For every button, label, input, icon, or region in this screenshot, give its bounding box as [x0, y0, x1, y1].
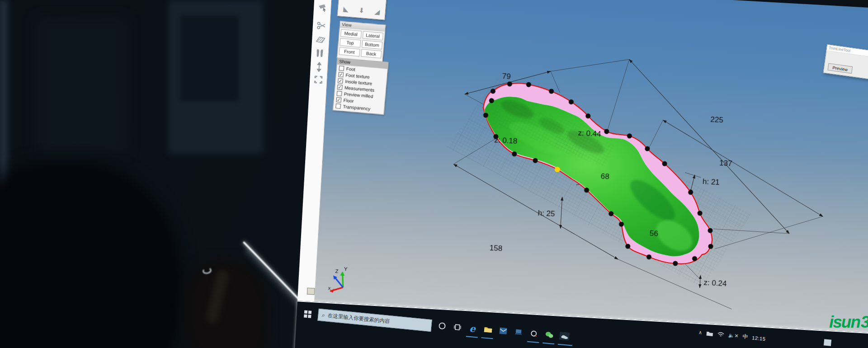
measure-225: 225 — [710, 115, 723, 125]
browser-app-button[interactable] — [525, 325, 542, 342]
open-app-underline — [542, 342, 554, 344]
mail-app-button[interactable] — [495, 323, 512, 339]
edge-icon: e — [469, 322, 476, 334]
wifi-icon[interactable] — [717, 331, 724, 337]
axis-y-label: Y — [344, 266, 348, 272]
isun-watermark: isun3 — [829, 313, 868, 332]
photo-background-blur — [36, 18, 127, 154]
move-right-button[interactable]: ➡ — [375, 0, 382, 0]
windows-logo-icon — [304, 310, 311, 318]
measure-68: 68 — [600, 172, 609, 181]
view-top-button[interactable]: Top — [340, 38, 361, 47]
hand-blur — [184, 260, 268, 348]
preview-button[interactable]: Preview — [827, 63, 853, 74]
axis-x-label: X — [328, 286, 331, 291]
view-back-button[interactable]: Back — [361, 49, 382, 58]
volume-muted-icon[interactable]: 🔈✕ — [728, 332, 739, 339]
laptop-icon — [514, 329, 523, 336]
axis-gizmo: Y Z X — [328, 265, 348, 293]
checkbox[interactable] — [337, 90, 342, 96]
checkbox[interactable]: ✓ — [337, 84, 343, 89]
cortana-icon — [438, 321, 446, 329]
photo-left-light-edge — [0, 0, 12, 348]
show-panel: Show Foot ✓ Foot texture ✓ Insole textur… — [333, 58, 389, 115]
checkbox[interactable]: ✓ — [336, 97, 341, 102]
tray-chevron-icon[interactable]: ∧ — [698, 329, 702, 336]
wechat-icon — [545, 331, 554, 339]
view-front-button[interactable]: Front — [339, 47, 360, 56]
measure-56: 56 — [649, 229, 658, 238]
edge-browser-button[interactable]: e — [464, 320, 481, 337]
statusbar-corner-icon[interactable] — [307, 287, 315, 295]
axis-z-label: Z — [335, 268, 339, 274]
tilt-right-button[interactable]: ◢ — [374, 8, 380, 15]
measure-158: 158 — [489, 244, 502, 253]
open-app-underline — [527, 341, 539, 343]
finger-ring — [202, 267, 212, 275]
measure-z024: z: 0.24 — [703, 278, 727, 288]
view-bottom-button[interactable]: Bottom — [361, 40, 382, 49]
checkbox[interactable] — [339, 66, 344, 71]
checkbox[interactable] — [335, 103, 341, 108]
store-app-button[interactable] — [510, 324, 527, 341]
monitor-screen: 79 225 137 158 68 56 h: 21 h: 25 z: 0.18… — [291, 0, 868, 348]
move-down-button[interactable]: ⬇ — [359, 7, 365, 14]
task-view-button[interactable] — [449, 319, 466, 335]
open-app-underline — [481, 337, 493, 339]
person-silhouette — [0, 163, 181, 348]
search-icon: ⌕ — [321, 311, 326, 319]
photo-of-monitor: 79 225 137 158 68 56 h: 21 h: 25 z: 0.18… — [0, 0, 868, 348]
open-app-underline — [466, 336, 478, 338]
insole-pair-tool-icon[interactable] — [315, 48, 325, 59]
cortana-button[interactable] — [434, 317, 450, 334]
finger-blur — [205, 269, 230, 324]
measure-z018: z: 0.18 — [494, 136, 518, 146]
taskbar-clock[interactable]: 12:15 — [752, 335, 766, 342]
insole-3d-scene[interactable]: 79 225 137 158 68 56 h: 21 h: 25 z: 0.18… — [315, 0, 868, 336]
checkbox[interactable]: ✓ — [338, 72, 344, 77]
measure-h21: h: 21 — [703, 177, 720, 187]
wechat-button[interactable] — [541, 327, 557, 343]
insole-app-icon — [559, 332, 570, 341]
background-monitor-screen-blur — [180, 15, 239, 101]
taskbar-search-input[interactable]: ⌕ 在这里输入你要搜索的内容 — [317, 308, 432, 331]
tray-app-tile[interactable] — [824, 339, 831, 346]
view-lateral-button[interactable]: Lateral — [362, 31, 383, 41]
background-monitor-blur — [168, 0, 263, 154]
tools-button[interactable] — [359, 0, 368, 0]
checkbox[interactable]: ✓ — [338, 78, 343, 83]
file-explorer-button[interactable] — [480, 321, 496, 338]
scissors-tool-icon[interactable] — [316, 20, 326, 31]
measure-z044: z: 0.44 — [578, 128, 601, 138]
search-placeholder: 在这里输入你要搜索的内容 — [327, 312, 390, 324]
mail-icon — [499, 327, 507, 334]
tilt-left-button[interactable]: ◣ — [343, 5, 349, 13]
section-plane-tool-icon[interactable] — [316, 35, 326, 45]
browser-circle-icon — [530, 329, 538, 338]
start-button[interactable] — [299, 306, 316, 323]
tray-folder-icon[interactable] — [706, 330, 713, 336]
ime-indicator[interactable]: 中 — [742, 333, 749, 341]
view-panel: View Medial Lateral Top Bottom Front Bac… — [337, 21, 386, 62]
select-region-tool-icon[interactable] — [317, 2, 328, 13]
height-adjust-tool-icon[interactable] — [314, 62, 324, 72]
measure-79: 79 — [502, 72, 511, 81]
expand-view-tool-icon[interactable] — [313, 75, 324, 85]
folder-icon — [483, 326, 492, 334]
insole-cad-app-button[interactable] — [556, 328, 573, 344]
task-view-icon — [453, 323, 461, 331]
measure-h25: h: 25 — [538, 209, 555, 218]
3d-viewport[interactable]: 79 225 137 158 68 56 h: 21 h: 25 z: 0.18… — [315, 0, 868, 336]
open-app-underline — [558, 343, 572, 346]
view-medial-button[interactable]: Medial — [340, 29, 362, 38]
measure-137: 137 — [719, 159, 732, 168]
